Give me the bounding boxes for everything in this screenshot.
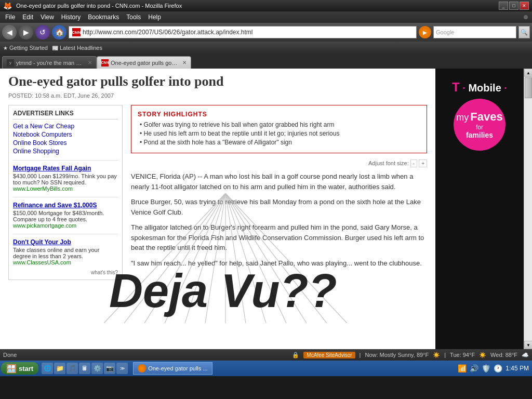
bookmark-getting-started[interactable]: ★ Getting Started (3, 45, 48, 51)
system-clock: 1:45 PM (506, 365, 529, 372)
tmobile-families: families (466, 131, 493, 139)
pipe-separator: | (360, 352, 361, 358)
taskbar-folder-icon[interactable]: 📁 (54, 363, 65, 374)
mcafee-badge: McAfee SiteAdvisor (303, 352, 355, 358)
menu-help[interactable]: Help (145, 12, 164, 22)
taskbar-task-firefox[interactable]: One-eyed gator pulls ... (133, 362, 212, 375)
close-button[interactable]: ✕ (520, 2, 529, 10)
highlight-1: • Golfer was trying to retrieve his ball… (138, 121, 420, 128)
taskbar-icon5[interactable]: ⚙️ (91, 363, 103, 374)
ad-link-computers[interactable]: Notebook Computers (13, 131, 118, 138)
minimize-button[interactable]: _ (499, 2, 508, 10)
article-para-1: VENICE, Florida (AP) -- A man who lost h… (131, 171, 427, 192)
tab-ytmnd[interactable]: y ytmnd - you're the man now dog! ✕ (2, 56, 97, 69)
menu-view[interactable]: View (37, 12, 57, 22)
title-bar: 🦊 One-eyed gator pulls golfer into pond … (0, 0, 532, 11)
ad-sidebar: T · Mobile · my Faves for families (435, 69, 524, 349)
tab-label-cnn: One-eyed gator pulls golfer into ... (111, 60, 178, 66)
tabs-bar: y ytmnd - you're the man now dog! ✕ CNN … (0, 54, 532, 69)
article-para-2: Bruce Burger, 50, was trying to retrieve… (131, 197, 427, 217)
menu-history[interactable]: History (58, 12, 84, 22)
scroll-thumb[interactable] (525, 77, 532, 98)
search-input[interactable]: Google (433, 26, 516, 38)
advertiser-box: ADVERTISER LINKS Get a New Car Cheap Not… (8, 105, 123, 280)
feed-button[interactable]: ▶ (419, 26, 431, 38)
taskbar-media-icon[interactable]: 🎵 (66, 363, 78, 374)
highlight-3: • Pond at the sixth hole has a "Beware o… (138, 139, 420, 146)
tue-temp: Tue: 94°F (450, 352, 475, 358)
search-button[interactable]: 🔍 (518, 26, 530, 38)
tab-label-ytmnd: ytmnd - you're the man now dog! (16, 60, 84, 66)
ad-refinance-text: $150,000 Mortgage for $483/month. Compar… (13, 210, 118, 222)
scroll-down-button[interactable]: ▼ (524, 341, 532, 349)
system-tray: 📶 🔊 🛡️ 🕐 1:45 PM (458, 364, 531, 373)
tray-volume-icon: 🔊 (470, 364, 478, 373)
firefox-taskbar-icon (138, 364, 146, 373)
home-button[interactable]: 🏠 (52, 25, 66, 39)
article-area: STORY HIGHLIGHTS • Golfer was trying to … (131, 105, 427, 280)
ad-job-title[interactable]: Don't Quit Your Job (13, 238, 118, 246)
back-button[interactable]: ◀ (2, 25, 17, 39)
taskbar-calc-icon[interactable]: 🖩 (79, 363, 90, 374)
tray-network-icon: 📶 (458, 364, 467, 373)
taskbar-quick-launch: 🌐 📁 🎵 🖩 ⚙️ 📷 ≫ (42, 363, 128, 374)
menu-tools[interactable]: Tools (123, 12, 144, 22)
taskbar-icon6[interactable]: 📷 (104, 363, 115, 374)
weather-icon: ☀️ (433, 352, 440, 358)
ad-mortgage-title[interactable]: Mortgage Rates Fall Again (13, 165, 118, 172)
forward-button[interactable]: ▶ (19, 25, 33, 39)
maximize-button[interactable]: □ (509, 2, 518, 10)
bookmarks-bar: ★ Getting Started 📰 Latest Headlines (0, 42, 532, 54)
menu-edit[interactable]: Edit (19, 12, 36, 22)
ad-job-url: www.ClassesUSA.com (13, 259, 118, 265)
status-text: Done (3, 352, 17, 358)
weather-info: Now: Mostly Sunny, 89°F (365, 352, 429, 358)
ad-refinance: Refinance and Save $1,000S $150,000 Mort… (13, 197, 118, 229)
taskbar-icon7[interactable]: ≫ (116, 363, 128, 374)
font-decrease-button[interactable]: - (410, 159, 417, 167)
tmobile-for: for (476, 124, 483, 131)
ad-link-books[interactable]: Online Book Stores (13, 139, 118, 147)
article-date: POSTED: 10:58 a.m. EDT, June 26, 2007 (8, 92, 427, 99)
tmobile-mobile: Mobile (468, 82, 501, 94)
menu-bookmarks[interactable]: Bookmarks (85, 12, 122, 22)
tab-favicon-cnn: CNN (101, 59, 109, 66)
address-text[interactable]: http://www.cnn.com/2007/US/06/26/gator.a… (83, 29, 413, 36)
whats-this-link[interactable]: what's this? (13, 270, 118, 275)
ad-mortgage-text: $430,000 Loan $1299/mo. Think you pay to… (13, 173, 118, 185)
tray-security-icon: 🛡️ (482, 364, 490, 373)
ad-link-shopping[interactable]: Online Shopping (13, 148, 118, 155)
ad-refinance-title[interactable]: Refinance and Save $1,000S (13, 202, 118, 209)
tmobile-faves: Faves (470, 110, 502, 124)
start-button[interactable]: 🪟 start (1, 362, 38, 375)
article-body: VENICE, Florida (AP) -- A man who lost h… (131, 171, 427, 268)
bookmark-icon: ★ (3, 45, 8, 51)
bookmark-latest-headlines[interactable]: 📰 Latest Headlines (52, 45, 102, 51)
tab-favicon-ytmnd: y (7, 59, 14, 66)
page-content: One-eyed gator pulls golfer into pond PO… (0, 69, 435, 349)
taskbar-task-label: One-eyed gator pulls ... (148, 365, 207, 371)
scrollbar[interactable]: ▲ ▼ (524, 69, 532, 349)
tab-close-cnn[interactable]: ✕ (182, 60, 187, 65)
ad-refinance-url: www.pickamortgage.com (13, 222, 118, 229)
ad-mortgage: Mortgage Rates Fall Again $430,000 Loan … (13, 160, 118, 192)
page-favicon: CNN (72, 28, 81, 36)
tmobile-ad: T · Mobile · my Faves for families (440, 74, 520, 161)
browser-content: One-eyed gator pulls golfer into pond PO… (0, 69, 532, 349)
tray-clock-icon: 🕐 (494, 364, 502, 373)
scroll-up-button[interactable]: ▲ (524, 69, 532, 77)
tmobile-dot1: · (462, 82, 468, 94)
highlight-2: • He used his left arm to beat the repti… (138, 130, 420, 137)
wed-icon: ☁️ (522, 352, 529, 358)
address-bar[interactable]: CNN http://www.cnn.com/2007/US/06/26/gat… (69, 26, 417, 38)
menu-file[interactable]: File (2, 12, 18, 22)
article-para-3: The alligator latched on to Burger's rig… (131, 222, 427, 253)
scroll-track[interactable] (524, 77, 532, 341)
tue-icon: ☀️ (479, 352, 486, 358)
tab-cnn[interactable]: CNN One-eyed gator pulls golfer into ...… (97, 56, 191, 69)
taskbar-ie-icon[interactable]: 🌐 (42, 363, 53, 374)
tab-close-ytmnd[interactable]: ✕ (88, 60, 92, 65)
font-increase-button[interactable]: + (419, 159, 427, 167)
reload-button[interactable]: ↺ (35, 25, 50, 39)
ad-link-car[interactable]: Get a New Car Cheap (13, 123, 118, 130)
